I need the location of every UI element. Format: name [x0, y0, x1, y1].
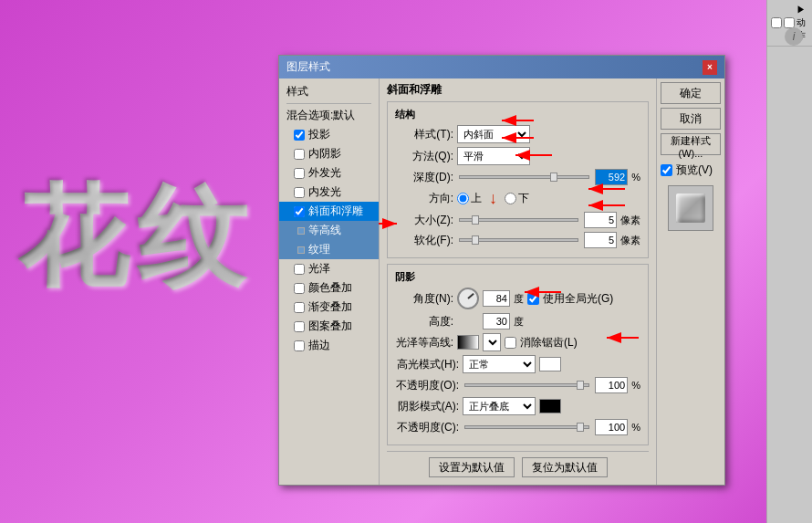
depth-row: 深度(D): % [395, 169, 640, 185]
depth-input[interactable] [595, 169, 628, 185]
preview-text: 预览(V) [676, 162, 713, 178]
depth-slider[interactable] [459, 175, 589, 179]
sidebar-stroke-checkbox[interactable] [294, 340, 305, 351]
sidebar-item-dropshadow[interactable]: 投影 [279, 125, 379, 144]
gloss-swatch[interactable] [457, 335, 479, 350]
set-default-button[interactable]: 设置为默认值 [429, 457, 515, 477]
dialog-body: 样式 混合选项:默认 投影 内阴影 外发光 内发光 [279, 78, 724, 485]
sidebar-item-patternoverlay[interactable]: 图案叠加 [279, 317, 379, 336]
soften-label: 软化(F): [395, 233, 453, 248]
sidebar-bevel-checkbox[interactable] [294, 206, 305, 217]
size-label: 大小(Z): [395, 213, 453, 228]
global-light-text: 使用全局光(G) [543, 291, 613, 307]
sidebar-satin-checkbox[interactable] [294, 264, 305, 275]
structure-section: 结构 样式(T): 内斜面 外斜面 浮雕效果 枕状浮雕 描边浮雕 方法(Q): [387, 101, 649, 258]
method-row: 方法(Q): 平滑 雕刻清晰 雕刻柔和 [395, 147, 640, 165]
height-input[interactable] [483, 313, 510, 329]
shadow-opacity-input[interactable] [595, 419, 628, 435]
shadow-opacity-label: 不透明度(C): [395, 420, 459, 435]
highlight-mode-select[interactable]: 正常 [463, 355, 536, 373]
shadow-opacity-slider[interactable] [464, 425, 589, 429]
global-light-checkbox[interactable] [527, 293, 539, 305]
sidebar-bevel-label: 斜面和浮雕 [308, 204, 363, 219]
soften-input[interactable] [584, 232, 617, 248]
sidebar-innershadow-checkbox[interactable] [294, 149, 305, 160]
angle-input[interactable] [483, 290, 510, 307]
shading-title: 阴影 [395, 270, 640, 284]
soften-slider[interactable] [459, 238, 578, 242]
sidebar-item-blend[interactable]: 混合选项:默认 [279, 106, 379, 125]
sidebar-item-innerglow[interactable]: 内发光 [279, 183, 379, 202]
preview-label[interactable]: 预览(V) [661, 162, 721, 178]
sidebar-dropshadow-checkbox[interactable] [294, 130, 305, 141]
sidebar-item-outerglow[interactable]: 外发光 [279, 163, 379, 183]
direction-up-radio[interactable] [457, 193, 469, 204]
gloss-label: 光泽等高线: [395, 335, 453, 350]
sidebar-blend-label: 混合选项:默认 [286, 108, 355, 123]
bottom-buttons: 设置为默认值 复位为默认值 [387, 451, 649, 481]
size-input[interactable] [584, 212, 617, 228]
style-label: 样式(T): [395, 127, 453, 142]
sidebar-item-innershadow[interactable]: 内阴影 [279, 144, 379, 163]
sidebar-outerglow-checkbox[interactable] [294, 168, 305, 179]
highlight-mode-row: 高光模式(H): 正常 [395, 355, 640, 373]
method-select[interactable]: 平滑 雕刻清晰 雕刻柔和 [457, 147, 530, 165]
style-select[interactable]: 内斜面 外斜面 浮雕效果 枕状浮雕 描边浮雕 [457, 125, 530, 143]
depth-unit: % [631, 172, 640, 183]
sidebar-dropshadow-label: 投影 [308, 127, 330, 142]
height-row: 高度: 度 [395, 313, 640, 329]
sidebar-texture-label: 纹理 [308, 242, 330, 257]
sidebar-innerglow-checkbox[interactable] [294, 187, 305, 198]
highlight-color-swatch[interactable] [539, 357, 561, 371]
reset-default-button[interactable]: 复位为默认值 [522, 457, 608, 477]
sidebar-coloroverlay-checkbox[interactable] [294, 283, 305, 294]
direction-up-label[interactable]: 上 [457, 191, 482, 206]
sidebar-item-satin[interactable]: 光泽 [279, 259, 379, 278]
depth-label: 深度(D): [395, 170, 453, 185]
sidebar-patternoverlay-checkbox[interactable] [294, 321, 305, 332]
sidebar-outerglow-label: 外发光 [308, 165, 341, 181]
sidebar-item-bevel[interactable]: 斜面和浮雕 [279, 202, 379, 221]
dialog-sidebar: 样式 混合选项:默认 投影 内阴影 外发光 内发光 [279, 78, 380, 485]
structure-title: 结构 [395, 108, 640, 121]
ok-button[interactable]: 确定 [661, 82, 721, 104]
dialog-titlebar: 图层样式 × [279, 56, 724, 78]
highlight-opacity-input[interactable] [595, 377, 628, 393]
size-slider[interactable] [459, 218, 578, 222]
sidebar-item-texture[interactable]: 纹理 [279, 240, 379, 259]
direction-up-text: 上 [471, 191, 482, 206]
sidebar-contour-label: 等高线 [308, 223, 341, 238]
new-style-button[interactable]: 新建样式(W)... [661, 133, 721, 155]
method-label: 方法(Q): [395, 149, 453, 164]
cancel-button[interactable]: 取消 [661, 108, 721, 130]
global-light-label[interactable]: 使用全局光(G) [527, 291, 613, 307]
sidebar-item-gradientoverlay[interactable]: 渐变叠加 [279, 298, 379, 317]
dialog-title: 图层样式 [286, 59, 330, 75]
sidebar-item-contour[interactable]: 等高线 [279, 221, 379, 240]
sidebar-gradientoverlay-checkbox[interactable] [294, 302, 305, 313]
direction-down-radio[interactable] [505, 193, 516, 204]
sidebar-item-coloroverlay[interactable]: 颜色叠加 [279, 278, 379, 298]
antialias-checkbox[interactable] [505, 337, 516, 349]
direction-row: 方向: 上 ↓ 下 [395, 189, 640, 208]
layer-style-dialog: 图层样式 × 样式 混合选项:默认 投影 内阴影 外发光 [278, 55, 725, 486]
shadow-mode-select[interactable]: 正片叠底 [463, 397, 536, 415]
antialias-label[interactable]: 消除锯齿(L) [505, 335, 578, 350]
gloss-row: 光泽等高线: ▼ 消除锯齿(L) [395, 333, 640, 351]
preview-checkbox[interactable] [661, 164, 672, 176]
info-icon: i [785, 27, 803, 46]
direction-label: 方向: [395, 191, 453, 206]
highlight-opacity-slider[interactable] [464, 383, 589, 387]
shadow-color-swatch[interactable] [539, 399, 561, 413]
gloss-select[interactable]: ▼ [483, 333, 501, 351]
antialias-text: 消除锯齿(L) [520, 335, 578, 350]
angle-dial[interactable] [457, 288, 479, 309]
highlight-opacity-unit: % [631, 380, 640, 391]
right-panel-checkbox[interactable] [771, 17, 782, 28]
highlight-opacity-row: 不透明度(O): % [395, 377, 640, 393]
direction-down-label[interactable]: 下 [505, 191, 529, 206]
dialog-close-button[interactable]: × [703, 60, 717, 75]
direction-radio-group: 上 ↓ 下 [457, 189, 529, 208]
sidebar-item-stroke[interactable]: 描边 [279, 336, 379, 355]
shadow-opacity-row: 不透明度(C): % [395, 419, 640, 435]
